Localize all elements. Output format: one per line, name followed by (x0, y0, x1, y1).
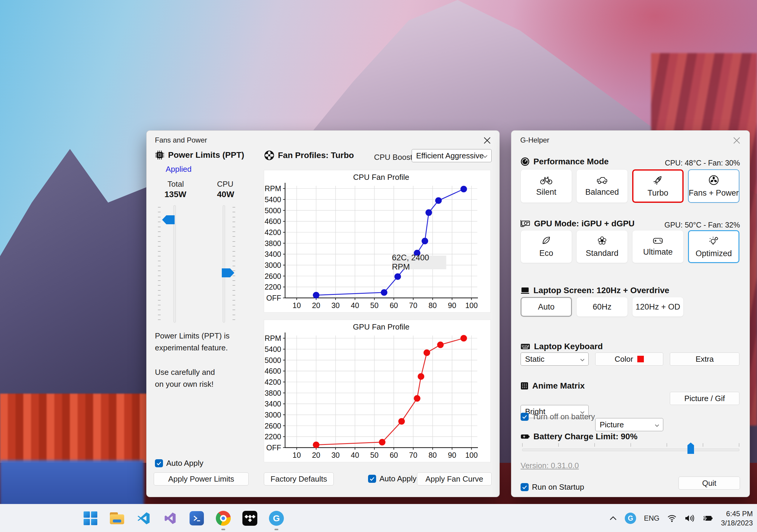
tray-time: 6:45 PM (721, 509, 753, 518)
close-button[interactable] (732, 135, 742, 146)
fan-outline-icon (708, 175, 719, 185)
mode-label: Auto (538, 302, 555, 312)
cpu-boost-dropdown[interactable]: Efficient Aggressive (411, 149, 492, 162)
auto-apply-power-checkbox[interactable]: Auto Apply (155, 459, 203, 468)
gamepad-icon (652, 237, 663, 244)
gauge-icon (520, 157, 530, 166)
svg-text:2200: 2200 (264, 283, 281, 291)
screen-60hz-button[interactable]: 60Hz (576, 297, 628, 317)
wifi-icon[interactable] (667, 515, 677, 522)
turn-off-on-battery-label: Turn off on battery (532, 412, 595, 421)
total-label: Total (167, 180, 184, 189)
mode-label: Standard (586, 249, 619, 258)
battery-slider-track[interactable] (522, 449, 740, 451)
gpu-mode-optimized-button[interactable]: Optimized (688, 230, 740, 263)
total-slider-handle[interactable] (162, 215, 175, 224)
start-button[interactable] (81, 509, 100, 527)
svg-text:10: 10 (292, 301, 301, 310)
mode-label: Optimized (695, 249, 732, 258)
tidal-icon (242, 511, 257, 526)
matrix-grid-icon (520, 382, 529, 390)
experimental-note: Power Limits (PPT) is experimental featu… (155, 330, 229, 354)
wallpaper-lake-blue (0, 460, 144, 508)
tray-chevron-up-icon[interactable] (609, 516, 617, 521)
apply-power-limits-button[interactable]: Apply Power Limits (154, 472, 249, 486)
vscode-button[interactable] (134, 509, 153, 527)
chrome-button[interactable] (214, 509, 232, 527)
checkbox-checked-icon (521, 413, 529, 421)
svg-text:2600: 2600 (264, 272, 281, 280)
fan-icon (264, 150, 274, 160)
gpu-mode-heading-row: GPU Mode: iGPU + dGPU (520, 219, 635, 228)
language-indicator[interactable]: ENG (644, 514, 659, 522)
cpu-fan-profile-chart[interactable]: CPU Fan Profile102030405060708090100OFF2… (264, 170, 491, 313)
keyboard-icon (520, 343, 530, 350)
svg-text:3400: 3400 (264, 250, 281, 258)
close-button[interactable] (482, 135, 492, 146)
close-icon (733, 137, 741, 144)
power-limits-heading: Power Limits (PPT) (168, 150, 244, 160)
gpu-fan-profile-chart[interactable]: GPU Fan Profile102030405060708090100OFF2… (264, 320, 491, 462)
total-watts-value: 135W (165, 190, 186, 199)
keyboard-extra-button[interactable]: Extra (670, 352, 740, 366)
anime-mode-dropdown[interactable]: Picture (595, 418, 663, 431)
cpu-watts-value: 40W (217, 190, 234, 199)
rocket-icon (652, 175, 663, 185)
screen-auto-button[interactable]: Auto (521, 297, 572, 317)
leaf-icon (541, 236, 551, 246)
version-link[interactable]: Version: 0.31.0.0 (521, 461, 579, 470)
cpu-slider-track[interactable] (223, 205, 225, 323)
g-helper-taskbar-button[interactable]: G (267, 509, 286, 527)
g-helper-icon: G (269, 511, 284, 526)
perf-mode-turbo-button[interactable]: Turbo (632, 169, 683, 203)
battery-charging-icon[interactable] (702, 515, 713, 522)
tray-date: 3/18/2023 (721, 518, 753, 527)
svg-text:80: 80 (428, 301, 437, 310)
checkbox-checked-icon (155, 459, 163, 467)
file-explorer-button[interactable] (108, 509, 126, 527)
apply-fan-curve-button[interactable]: Apply Fan Curve (417, 472, 492, 486)
tidal-button[interactable] (241, 509, 259, 527)
visual-studio-button[interactable] (161, 509, 179, 527)
g-helper-tray-icon[interactable]: G (625, 513, 636, 524)
quit-button[interactable]: Quit (679, 477, 740, 490)
screen-120hz-od-button[interactable]: 120Hz + OD (632, 297, 683, 317)
svg-text:4600: 4600 (264, 217, 281, 225)
svg-text:40: 40 (351, 451, 359, 459)
perf-mode-fans-power-button[interactable]: Fans + Power (688, 169, 740, 203)
svg-text:20: 20 (312, 301, 320, 310)
battery-icon (520, 434, 530, 439)
svg-text:OFF: OFF (266, 443, 281, 452)
svg-text:40: 40 (351, 301, 359, 310)
anime-picture-gif-button[interactable]: Picture / Gif (670, 392, 740, 405)
gpu-mode-ultimate-button[interactable]: Ultimate (632, 230, 683, 263)
auto-apply-curve-checkbox[interactable]: Auto Apply (368, 474, 416, 483)
powershell-button[interactable] (188, 509, 206, 527)
keyboard-mode-dropdown[interactable]: Static (521, 352, 589, 366)
gpu-fan-chart-card: GPU Fan Profile102030405060708090100OFF2… (264, 320, 491, 462)
perf-mode-silent-button[interactable]: Silent (521, 169, 572, 203)
mode-label: 60Hz (592, 302, 611, 312)
gpu-mode-standard-button[interactable]: Standard (576, 230, 628, 263)
perf-mode-balanced-button[interactable]: Balanced (576, 169, 628, 203)
turn-off-on-battery-checkbox[interactable]: Turn off on battery (521, 412, 595, 421)
laptop-screen-heading: Laptop Screen: 120Hz + Overdrive (533, 286, 669, 295)
mode-label: Balanced (585, 187, 619, 197)
svg-text:90: 90 (448, 301, 456, 310)
run-on-startup-checkbox[interactable]: Run on Startup (521, 483, 584, 492)
bicycle-icon (540, 176, 552, 184)
svg-text:3000: 3000 (264, 261, 281, 269)
svg-text:70: 70 (409, 301, 417, 310)
gpu-mode-eco-button[interactable]: Eco (521, 230, 572, 263)
vscode-icon (137, 512, 150, 525)
mode-label: Silent (536, 187, 557, 197)
tray-clock[interactable]: 6:45 PM 3/18/2023 (721, 509, 753, 527)
svg-text:2200: 2200 (264, 433, 281, 441)
svg-text:20: 20 (312, 451, 320, 459)
anime-mode-value: Picture (600, 420, 624, 430)
svg-text:100: 100 (465, 451, 478, 459)
volume-icon[interactable] (684, 514, 695, 522)
keyboard-color-button[interactable]: Color (595, 352, 663, 366)
factory-defaults-button[interactable]: Factory Defaults (264, 472, 334, 486)
svg-text:3400: 3400 (264, 400, 281, 408)
